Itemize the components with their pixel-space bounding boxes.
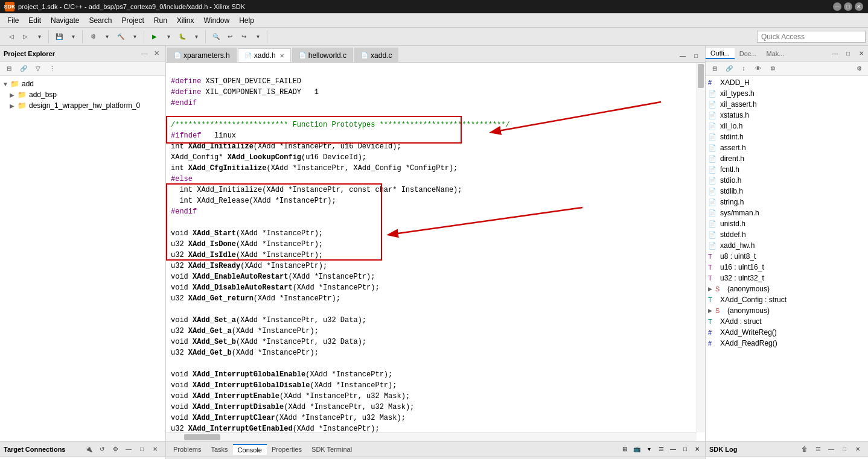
menu-run[interactable]: Run: [149, 15, 172, 26]
target-settings-btn[interactable]: ⚙: [109, 443, 122, 456]
misc-dropdown[interactable]: ▾: [251, 30, 264, 43]
outline-panel-max[interactable]: □: [841, 47, 855, 60]
tab-console[interactable]: Console: [233, 444, 267, 455]
outline-gear2-btn[interactable]: ⚙: [852, 62, 866, 75]
tree-item-add-bsp[interactable]: ▶ 📁 add_bsp: [0, 89, 165, 100]
redo-button[interactable]: ↪: [237, 30, 251, 43]
panel-close-btn[interactable]: ✕: [152, 49, 162, 57]
outline-item-xadd-struct[interactable]: T XAdd : struct: [706, 316, 868, 327]
console-panel-close[interactable]: ✕: [692, 444, 703, 455]
maximize-button[interactable]: □: [844, 2, 852, 11]
undo-button[interactable]: ↩: [223, 30, 237, 43]
menu-edit[interactable]: Edit: [24, 15, 46, 26]
target-panel-max[interactable]: □: [135, 443, 148, 456]
editor-vscroll-thumb[interactable]: [698, 64, 704, 88]
sdk-log-panel-max[interactable]: □: [838, 443, 851, 456]
outline-item-xaddconfig[interactable]: T XAdd_Config : struct: [706, 294, 868, 305]
console-settings-btn[interactable]: ☰: [656, 444, 666, 455]
close-button[interactable]: ✕: [855, 2, 863, 11]
panel-minimize-btn[interactable]: —: [139, 49, 150, 57]
tab-outline[interactable]: Outli...: [706, 48, 735, 59]
settings-dropdown[interactable]: ▾: [100, 30, 113, 43]
tab-xadd-c[interactable]: 📄 xadd.c: [354, 48, 398, 62]
settings-button[interactable]: ⚙: [86, 30, 100, 43]
build-button[interactable]: 🔨: [114, 30, 127, 43]
link-editor-btn[interactable]: 🔗: [17, 62, 30, 75]
outline-item-xadd-hw[interactable]: 📄 xadd_hw.h: [706, 240, 868, 251]
console-dropdown-btn[interactable]: ▾: [643, 444, 654, 455]
outline-item-XADD-H[interactable]: # XADD_H: [706, 77, 868, 88]
outline-item-xil-types[interactable]: 📄 xil_types.h: [706, 88, 868, 99]
target-panel-min[interactable]: —: [122, 443, 135, 456]
sdk-log-filter-btn[interactable]: ☰: [811, 443, 825, 456]
tab-sdk-terminal[interactable]: SDK Terminal: [307, 445, 357, 454]
panel-menu-btn[interactable]: ⋮: [46, 62, 59, 75]
menu-xilinx[interactable]: Xilinx: [172, 15, 199, 26]
outline-item-u32[interactable]: T u32 : uint32_t: [706, 273, 868, 283]
tab-tasks[interactable]: Tasks: [206, 445, 232, 454]
editor-hscroll-thumb[interactable]: [184, 434, 220, 440]
console-panel-max[interactable]: □: [680, 444, 691, 455]
console-view-btn[interactable]: 📺: [631, 444, 642, 455]
tree-item-add[interactable]: ▼ 📁 add: [0, 78, 165, 89]
outline-item-mman[interactable]: 📄 sys/mman.h: [706, 207, 868, 218]
sdk-log-panel-min[interactable]: —: [825, 443, 838, 456]
outline-item-stdlib[interactable]: 📄 stdlib.h: [706, 186, 868, 197]
debug-dropdown[interactable]: ▾: [190, 30, 203, 43]
build-dropdown[interactable]: ▾: [128, 30, 141, 43]
collapse-all-btn[interactable]: ⊟: [2, 62, 16, 75]
panel-filter-btn[interactable]: ▽: [31, 62, 45, 75]
minimize-button[interactable]: ─: [833, 2, 841, 11]
editor-vscrollbar[interactable]: [697, 63, 705, 432]
outline-item-string[interactable]: 📄 string.h: [706, 197, 868, 207]
tab-xadd[interactable]: 📄 xadd.h ✕: [238, 48, 291, 63]
editor-hscrollbar[interactable]: [166, 432, 697, 441]
outline-item-writereg[interactable]: # XAdd_WriteReg(): [706, 327, 868, 338]
menu-search[interactable]: Search: [84, 15, 116, 26]
outline-item-stddef[interactable]: 📄 stddef.h: [706, 229, 868, 240]
tree-item-design[interactable]: ▶ 📁 design_1_wrapper_hw_platform_0: [0, 100, 165, 111]
menu-window[interactable]: Window: [199, 15, 235, 26]
outline-settings-btn[interactable]: ⚙: [766, 62, 779, 75]
forward-button[interactable]: ▷: [19, 30, 32, 43]
outline-item-xil-assert[interactable]: 📄 xil_assert.h: [706, 99, 868, 110]
outline-item-stdint[interactable]: 📄 stdint.h: [706, 131, 868, 142]
tab-xparameters[interactable]: 📄 xparameters.h: [167, 48, 237, 62]
editor-panel-min[interactable]: —: [676, 49, 689, 62]
back-button[interactable]: ◁: [5, 30, 18, 43]
tab-problems[interactable]: Problems: [168, 445, 206, 454]
menu-file[interactable]: File: [2, 15, 24, 26]
outline-item-xil-io[interactable]: 📄 xil_io.h: [706, 121, 868, 131]
target-close-btn[interactable]: ✕: [148, 443, 162, 456]
search-button[interactable]: 🔍: [209, 30, 223, 43]
run-dropdown[interactable]: ▾: [162, 30, 175, 43]
debug-button[interactable]: 🐛: [176, 30, 189, 43]
outline-collapse-btn[interactable]: ⊟: [708, 62, 721, 75]
save-dropdown[interactable]: ▾: [66, 30, 80, 43]
outline-item-u16[interactable]: T u16 : uint16_t: [706, 262, 868, 273]
quick-access-input[interactable]: [757, 31, 866, 43]
editor-content[interactable]: #define XST_OPEN_DEVICE_FAILED #define X…: [166, 63, 705, 441]
outline-item-unistd[interactable]: 📄 unistd.h: [706, 218, 868, 229]
tab-close-xadd[interactable]: ✕: [279, 52, 284, 59]
outline-item-fcntl[interactable]: 📄 fcntl.h: [706, 164, 868, 175]
outline-link-btn[interactable]: 🔗: [723, 62, 736, 75]
outline-item-assert[interactable]: 📄 assert.h: [706, 142, 868, 153]
outline-item-xstatus[interactable]: 📄 xstatus.h: [706, 110, 868, 121]
tab-properties[interactable]: Properties: [267, 445, 307, 454]
run-button[interactable]: ▶: [148, 30, 161, 43]
outline-panel-min[interactable]: —: [828, 47, 841, 60]
target-refresh-btn[interactable]: ↺: [95, 443, 109, 456]
menu-navigate[interactable]: Navigate: [46, 15, 84, 26]
outline-hide-btn[interactable]: 👁: [752, 62, 765, 75]
sdk-log-panel-close[interactable]: ✕: [851, 443, 864, 456]
outline-item-dirent[interactable]: 📄 dirent.h: [706, 153, 868, 164]
code-editor[interactable]: #define XST_OPEN_DEVICE_FAILED #define X…: [166, 63, 705, 441]
tab-make[interactable]: Mak...: [762, 49, 790, 59]
menu-project[interactable]: Project: [116, 15, 148, 26]
editor-panel-max[interactable]: □: [689, 49, 703, 62]
outline-item-readreg[interactable]: # XAdd_ReadReg(): [706, 338, 868, 349]
sdk-log-clear-btn[interactable]: 🗑: [798, 443, 811, 456]
outline-sort-btn[interactable]: ↕: [737, 62, 750, 75]
outline-item-u8[interactable]: T u8 : uint8_t: [706, 251, 868, 262]
